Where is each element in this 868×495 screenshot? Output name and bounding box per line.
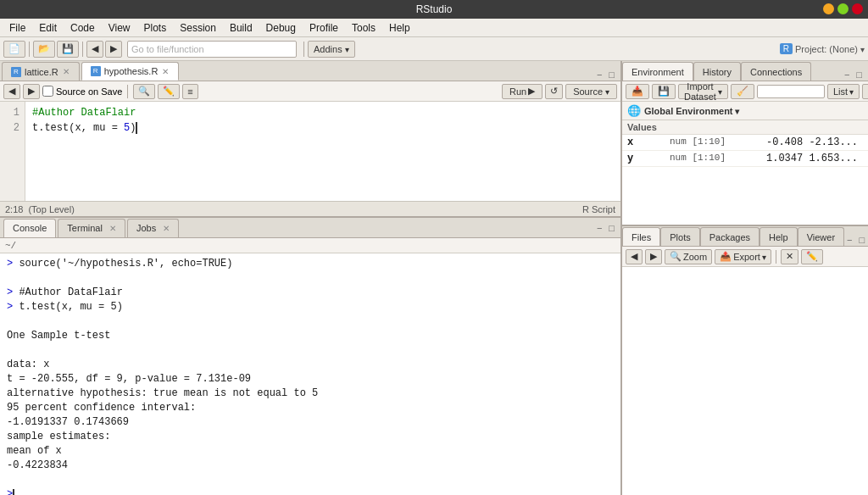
files-tab-packages[interactable]: Packages (700, 227, 760, 246)
minimize-button[interactable] (823, 3, 834, 14)
env-row-y[interactable]: y num [1:10] 1.0347 1.653... (622, 151, 868, 167)
left-panel: Rlattice.R✕Rhypothesis.R✕−□ ◀ ▶ Source o… (0, 61, 622, 495)
toolbar-back[interactable]: ◀ (86, 41, 103, 58)
env-clear-btn[interactable]: 🧹 (731, 84, 754, 99)
files-tab-files[interactable]: Files (622, 227, 660, 246)
menu-item-debug[interactable]: Debug (260, 20, 302, 36)
toolbar-new-file[interactable]: 📄 (3, 41, 25, 58)
files-refresh-btn[interactable]: ✏️ (801, 249, 823, 264)
menu-item-profile[interactable]: Profile (303, 20, 344, 36)
files-back-btn[interactable]: ◀ (626, 249, 643, 264)
source-on-save-text: Source on Save (56, 86, 122, 97)
console-tab-terminal[interactable]: Terminal✕ (58, 219, 125, 237)
source-button[interactable]: Source (565, 84, 617, 99)
files-tab-controls: − □ (844, 234, 868, 246)
rerun-btn[interactable]: ↺ (545, 84, 563, 99)
env-var-type: num [1:10] (670, 136, 766, 148)
tab-close-btn[interactable]: ✕ (62, 67, 70, 76)
files-clear-btn[interactable]: ✕ (781, 249, 798, 264)
globe-icon: 🌐 (627, 104, 641, 117)
import-dataset-btn[interactable]: Import Dataset (678, 84, 728, 99)
env-var-name: y (627, 153, 670, 164)
console-line: 95 percent confidence interval: (7, 401, 614, 415)
files-tab-viewer[interactable]: Viewer (798, 227, 844, 246)
code-tools-btn[interactable]: ✏️ (158, 84, 180, 99)
editor-tab-lattice-R[interactable]: Rlattice.R✕ (2, 62, 80, 81)
env-save-btn[interactable]: 💾 (652, 84, 676, 99)
env-list-btn[interactable]: List (827, 84, 860, 99)
files-panel: FilesPlotsPackagesHelpViewer − □ ◀ ▶ 🔍 Z… (622, 226, 868, 495)
files-forward-btn[interactable]: ▶ (645, 249, 662, 264)
menu-item-tools[interactable]: Tools (346, 20, 381, 36)
menu-item-view[interactable]: View (103, 20, 136, 36)
editor-back-btn[interactable]: ◀ (3, 84, 20, 99)
env-tab-connections[interactable]: Connections (741, 62, 811, 81)
env-tab-environment[interactable]: Environment (622, 62, 693, 81)
r-file-icon: R (11, 67, 21, 77)
menu-item-file[interactable]: File (3, 20, 31, 36)
tab-close-btn[interactable]: ✕ (161, 67, 170, 76)
menu-item-code[interactable]: Code (64, 20, 101, 36)
console-tab-jobs[interactable]: Jobs✕ (127, 219, 179, 237)
export-icon: 📤 (720, 251, 732, 262)
list-chevron (849, 86, 854, 97)
code-line-2: t.test(x, mu = 5) (32, 120, 614, 136)
menu-item-edit[interactable]: Edit (33, 20, 63, 36)
env-maximize-btn[interactable]: □ (854, 69, 865, 81)
app-title: RStudio (416, 3, 453, 15)
source-on-save-checkbox[interactable] (42, 86, 53, 97)
menu-item-session[interactable]: Session (174, 20, 222, 36)
toolbar-open[interactable]: 📂 (33, 41, 55, 58)
export-btn[interactable]: 📤 Export (715, 249, 771, 264)
menu-item-plots[interactable]: Plots (138, 20, 173, 36)
files-tab-plots[interactable]: Plots (660, 227, 699, 246)
editor-forward-btn[interactable]: ▶ (23, 84, 40, 99)
env-minimize-btn[interactable]: − (842, 69, 852, 81)
close-button[interactable] (852, 3, 863, 14)
menu-item-build[interactable]: Build (224, 20, 259, 36)
doc-outline-btn[interactable]: ≡ (182, 84, 198, 99)
env-var-value: 1.0347 1.653... (766, 153, 863, 164)
code-line-1: #Author DataFlair (32, 105, 614, 120)
env-search-input[interactable] (757, 85, 825, 98)
env-var-type: num [1:10] (670, 153, 766, 164)
code-editor[interactable]: 12 #Author DataFlairt.test(x, mu = 5) (0, 102, 620, 201)
console-output[interactable]: > source('~/hypothesis.R', echo=TRUE) > … (0, 253, 620, 495)
run-button[interactable]: Run ▶ (502, 84, 542, 99)
files-minimize-btn[interactable]: − (844, 234, 854, 246)
ed-sep-1 (127, 85, 128, 98)
console-maximize-btn[interactable]: □ (606, 222, 617, 234)
maximize-button[interactable] (837, 3, 849, 14)
zoom-btn[interactable]: 🔍 Zoom (665, 249, 712, 264)
scope-chevron (735, 106, 739, 116)
env-row-x[interactable]: x num [1:10] -0.408 -2.13... (622, 135, 868, 151)
toolbar-forward[interactable]: ▶ (105, 41, 122, 58)
console-tab-console[interactable]: Console (3, 219, 56, 237)
console-tab-close[interactable]: ✕ (109, 224, 116, 233)
files-maximize-btn[interactable]: □ (857, 234, 868, 246)
export-label: Export (733, 252, 760, 262)
r-file-icon: R (91, 66, 101, 76)
console-prompt-char: > (7, 301, 19, 313)
env-load-btn[interactable]: 📥 (626, 84, 649, 99)
env-refresh-btn[interactable]: ⟳ (862, 84, 868, 99)
source-chevron (605, 86, 609, 97)
menu-item-help[interactable]: Help (383, 20, 416, 36)
toolbar-save[interactable]: 💾 (57, 41, 79, 58)
find-btn[interactable]: 🔍 (133, 84, 155, 99)
project-info: R Project: (None) (780, 43, 865, 54)
addins-button[interactable]: Addins (308, 41, 355, 58)
env-scope-label: Global Environment (644, 106, 739, 116)
titlebar: RStudio (0, 0, 868, 19)
goto-file-input[interactable]: Go to file/function (127, 41, 297, 58)
code-content[interactable]: #Author DataFlairt.test(x, mu = 5) (25, 102, 620, 201)
console-line: > (7, 487, 614, 495)
files-sep-1 (776, 250, 776, 264)
editor-tab-hypothesis-R[interactable]: Rhypothesis.R✕ (81, 62, 180, 81)
console-minimize-btn[interactable]: − (594, 222, 604, 234)
editor-maximize-btn[interactable]: □ (606, 69, 617, 81)
console-tab-close[interactable]: ✕ (163, 224, 170, 233)
editor-minimize-btn[interactable]: − (594, 69, 604, 81)
env-tab-history[interactable]: History (693, 62, 741, 81)
files-tab-help[interactable]: Help (760, 227, 798, 246)
